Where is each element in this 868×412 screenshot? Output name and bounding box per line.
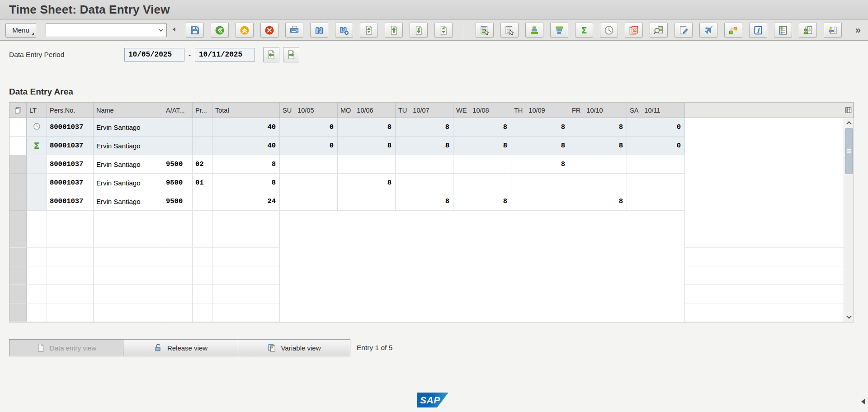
empty-cell[interactable] xyxy=(193,229,212,248)
column-header-name[interactable]: Name xyxy=(94,103,163,118)
menu-button[interactable]: Menu xyxy=(5,23,36,38)
empty-cell[interactable] xyxy=(163,285,193,303)
row-selector[interactable] xyxy=(9,211,27,229)
empty-cell[interactable] xyxy=(47,211,94,229)
cell-day-tu[interactable] xyxy=(396,155,453,174)
period-to-input[interactable] xyxy=(195,48,255,62)
column-header-persno[interactable]: Pers.No. xyxy=(47,103,94,118)
empty-cell[interactable] xyxy=(212,303,280,322)
collapse-panel-triangle-icon[interactable] xyxy=(861,398,865,405)
empty-cell[interactable] xyxy=(94,303,163,322)
empty-cell[interactable] xyxy=(94,266,163,285)
row-selector[interactable] xyxy=(9,248,27,266)
cell-pr[interactable]: 02 xyxy=(193,155,212,174)
cell-day-su[interactable]: 0 xyxy=(280,118,338,137)
cell-day-we[interactable] xyxy=(453,174,511,192)
empty-cell[interactable] xyxy=(212,285,280,303)
column-header-lt[interactable]: LT xyxy=(27,103,47,118)
last-page-button[interactable] xyxy=(434,23,453,38)
empty-cell[interactable] xyxy=(94,285,163,303)
empty-cell[interactable] xyxy=(212,229,280,248)
cell-pr[interactable] xyxy=(193,118,212,137)
next-period-button[interactable] xyxy=(283,47,299,62)
empty-cell[interactable] xyxy=(163,248,193,266)
save-as-variant-button[interactable] xyxy=(500,23,519,38)
empty-cell[interactable] xyxy=(27,303,47,322)
cell-day-we[interactable] xyxy=(453,155,511,174)
data-entry-view-button[interactable]: Data entry view xyxy=(9,339,123,356)
exit-button[interactable] xyxy=(260,23,278,38)
page-down-button[interactable] xyxy=(410,23,428,38)
cell-day-fr[interactable]: 8 xyxy=(569,118,627,137)
scroll-down-button[interactable] xyxy=(844,313,854,322)
cell-total[interactable]: 8 xyxy=(212,155,280,174)
cell-day-sa[interactable] xyxy=(627,192,685,211)
save-button[interactable] xyxy=(186,23,204,38)
sort-descending-button[interactable] xyxy=(550,23,568,38)
cell-day-tu[interactable]: 8 xyxy=(396,137,453,155)
empty-cell[interactable] xyxy=(27,211,47,229)
column-header-tu[interactable]: TU10/07 xyxy=(396,103,453,118)
empty-cell[interactable] xyxy=(193,266,212,285)
cell-lt[interactable] xyxy=(27,192,47,211)
cell-aatype[interactable]: 9500 xyxy=(163,155,193,174)
empty-cell[interactable] xyxy=(27,285,47,303)
empty-cell[interactable] xyxy=(27,266,47,285)
column-header-mo[interactable]: MO10/06 xyxy=(338,103,396,118)
cell-pr[interactable] xyxy=(193,137,212,155)
cell-aatype[interactable]: 9500 xyxy=(163,174,193,192)
collapse-command-field-button[interactable] xyxy=(170,26,178,35)
cell-day-we[interactable]: 8 xyxy=(453,192,511,211)
travel-button[interactable] xyxy=(699,23,717,38)
cell-day-fr[interactable] xyxy=(569,174,627,192)
sum-button[interactable]: Σ xyxy=(575,23,593,38)
row-selector[interactable] xyxy=(9,118,27,137)
cell-day-tu[interactable]: 8 xyxy=(396,192,453,211)
cell-day-fr[interactable]: 8 xyxy=(569,192,627,211)
cell-total[interactable]: 8 xyxy=(212,174,280,192)
row-selector[interactable] xyxy=(9,266,27,285)
empty-cell[interactable] xyxy=(193,248,212,266)
empty-cell[interactable] xyxy=(212,248,280,266)
row-selector[interactable] xyxy=(9,137,27,155)
empty-days-area[interactable] xyxy=(280,211,685,229)
back-button[interactable] xyxy=(211,23,229,38)
empty-cell[interactable] xyxy=(163,266,193,285)
empty-cell[interactable] xyxy=(47,266,94,285)
cell-day-tu[interactable]: 8 xyxy=(396,118,453,137)
row-selector[interactable] xyxy=(9,192,27,211)
column-header-fr[interactable]: FR10/10 xyxy=(569,103,627,118)
cell-day-su[interactable] xyxy=(280,174,338,192)
empty-cell[interactable] xyxy=(47,303,94,322)
cell-day-su[interactable]: 0 xyxy=(280,137,338,155)
cell-day-mo[interactable]: 8 xyxy=(338,137,396,155)
empty-cell[interactable] xyxy=(212,266,280,285)
empty-days-area[interactable] xyxy=(280,303,685,322)
cell-persno[interactable]: 80001037 xyxy=(47,155,94,174)
toolbar-overflow-chevrons[interactable]: » xyxy=(855,24,863,36)
search-list-button[interactable] xyxy=(650,23,668,38)
cell-persno[interactable]: 80001037 xyxy=(47,118,94,137)
empty-cell[interactable] xyxy=(212,211,280,229)
row-selector[interactable] xyxy=(9,229,27,248)
empty-cell[interactable] xyxy=(193,211,212,229)
command-input[interactable] xyxy=(46,24,167,37)
empty-cell[interactable] xyxy=(27,229,47,248)
variable-view-button[interactable]: Variable view xyxy=(238,339,350,356)
cell-name[interactable]: Ervin Santiago xyxy=(94,192,163,211)
cell-total[interactable]: 40 xyxy=(212,118,280,137)
period-from-input[interactable] xyxy=(124,48,184,62)
cell-day-mo[interactable] xyxy=(338,192,396,211)
cell-day-we[interactable]: 8 xyxy=(453,118,511,137)
column-header-su[interactable]: SU10/05 xyxy=(280,103,338,118)
cell-name[interactable]: Ervin Santiago xyxy=(94,118,163,137)
cell-day-we[interactable]: 8 xyxy=(453,137,511,155)
up-button[interactable] xyxy=(236,23,254,38)
cell-day-sa[interactable]: 0 xyxy=(627,137,685,155)
calendar-button[interactable]: 12 xyxy=(625,23,643,38)
empty-cell[interactable] xyxy=(94,229,163,248)
row-selector[interactable] xyxy=(9,174,27,192)
cell-persno[interactable]: 80001037 xyxy=(47,137,94,155)
cell-name[interactable]: Ervin Santiago xyxy=(94,155,163,174)
cell-day-su[interactable] xyxy=(280,155,338,174)
